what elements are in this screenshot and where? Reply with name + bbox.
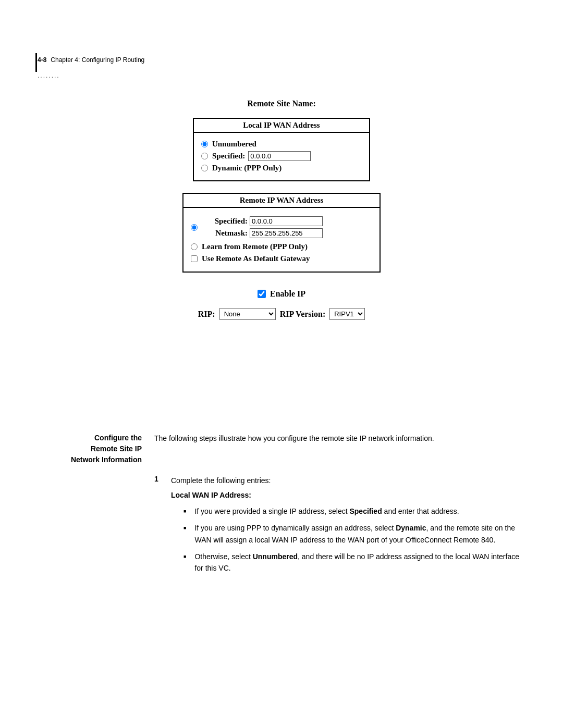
use-remote-gateway-checkbox[interactable] bbox=[191, 255, 198, 262]
bullet-3-text: Otherwise, select Unnumbered, and there … bbox=[194, 551, 525, 574]
bullet-1: If you were provided a single IP address… bbox=[183, 505, 525, 517]
step-1: 1 Complete the following entries: Local … bbox=[154, 475, 525, 579]
page-number: 4-8 bbox=[38, 56, 46, 64]
dynamic-label: Dynamic (PPP Only) bbox=[212, 164, 282, 172]
enable-ip-row: Enable IP bbox=[258, 289, 305, 299]
learn-from-remote-label: Learn from Remote (PPP Only) bbox=[202, 242, 308, 251]
rip-version-select[interactable]: RIPV1 RIPV2 bbox=[329, 308, 365, 320]
bullet-1-text: If you were provided a single IP address… bbox=[194, 505, 459, 517]
unnumbered-radio[interactable] bbox=[201, 141, 208, 147]
specified-field-row: Specified: bbox=[206, 216, 323, 226]
main-content: Remote Site Name: Local IP WAN Address U… bbox=[0, 99, 563, 336]
specified-radio-local[interactable] bbox=[201, 153, 208, 159]
configure-section: Configure the Remote Site IP Network Inf… bbox=[38, 433, 525, 465]
specified-radio-remote[interactable] bbox=[191, 224, 198, 231]
specified-label-local: Specified: bbox=[212, 152, 245, 161]
unnumbered-row: Unnumbered bbox=[201, 140, 362, 149]
local-wan-heading: Local WAN IP Address: bbox=[171, 489, 525, 501]
specified-row-local: Specified: bbox=[201, 151, 362, 161]
use-remote-gateway-row: Use Remote As Default Gateway bbox=[191, 254, 372, 263]
local-ip-wan-title: Local IP WAN Address bbox=[194, 119, 369, 133]
configure-line2: Remote Site IP bbox=[38, 443, 142, 454]
enable-ip-label: Enable IP bbox=[270, 289, 305, 299]
bullet-2: If you are using PPP to dynamically assi… bbox=[183, 522, 525, 546]
local-ip-wan-box: Local IP WAN Address Unnumbered Specifie… bbox=[193, 118, 370, 181]
learn-from-remote-radio[interactable] bbox=[191, 243, 198, 250]
right-col: The following steps illustrate how you c… bbox=[154, 433, 525, 465]
remote-site-name-label: Remote Site Name: bbox=[247, 99, 316, 108]
configure-description: The following steps illustrate how you c… bbox=[154, 433, 525, 444]
specified-input-local[interactable] bbox=[248, 151, 311, 161]
rip-version-label: RIP Version: bbox=[280, 310, 326, 319]
left-col: Configure the Remote Site IP Network Inf… bbox=[38, 433, 142, 465]
specified-row-remote: Specified: Netmask: bbox=[191, 215, 372, 239]
specified-inner: Specified: Netmask: bbox=[206, 215, 323, 239]
configure-line1: Configure the bbox=[38, 433, 142, 443]
step-1-content: Complete the following entries: Local WA… bbox=[171, 475, 525, 579]
page-header: 4-8 Chapter 4: Configuring IP Routing bbox=[38, 56, 144, 64]
configure-line3: Network Information bbox=[38, 454, 142, 465]
enable-ip-checkbox[interactable] bbox=[258, 290, 266, 298]
bullet-2-text: If you are using PPP to dynamically assi… bbox=[194, 522, 525, 546]
learn-from-remote-row: Learn from Remote (PPP Only) bbox=[191, 242, 372, 251]
specified-field-label: Specified: bbox=[206, 217, 248, 226]
rip-label: RIP: bbox=[198, 310, 215, 319]
remote-ip-wan-box: Remote IP WAN Address Specified: Netmask… bbox=[182, 193, 381, 273]
netmask-field-label: Netmask: bbox=[206, 229, 248, 238]
use-remote-gateway-label: Use Remote As Default Gateway bbox=[202, 254, 310, 263]
page-header-border bbox=[35, 53, 37, 72]
rip-select[interactable]: None Send Only Receive Only Both bbox=[219, 308, 276, 320]
specified-value-input[interactable] bbox=[250, 216, 323, 226]
bullet-3: Otherwise, select Unnumbered, and there … bbox=[183, 551, 525, 574]
local-ip-wan-body: Unnumbered Specified: Dynamic (PPP Only) bbox=[194, 133, 369, 180]
chapter-title: Chapter 4: Configuring IP Routing bbox=[51, 56, 144, 64]
steps-section: 1 Complete the following entries: Local … bbox=[154, 475, 525, 579]
dynamic-radio[interactable] bbox=[201, 165, 208, 171]
unnumbered-label: Unnumbered bbox=[212, 140, 256, 149]
remote-ip-wan-body: Specified: Netmask: Learn from Remote (P… bbox=[183, 208, 380, 272]
remote-ip-wan-title: Remote IP WAN Address bbox=[183, 194, 380, 208]
step-1-number: 1 bbox=[154, 475, 165, 579]
rip-row: RIP: None Send Only Receive Only Both RI… bbox=[198, 308, 365, 320]
text-content: Configure the Remote Site IP Network Inf… bbox=[38, 433, 525, 585]
bullet-list: If you were provided a single IP address… bbox=[183, 505, 525, 574]
dynamic-row: Dynamic (PPP Only) bbox=[201, 164, 362, 172]
netmask-value-input[interactable] bbox=[250, 228, 323, 238]
netmask-field-row: Netmask: bbox=[206, 228, 323, 238]
header-dots: ........ bbox=[38, 72, 60, 79]
